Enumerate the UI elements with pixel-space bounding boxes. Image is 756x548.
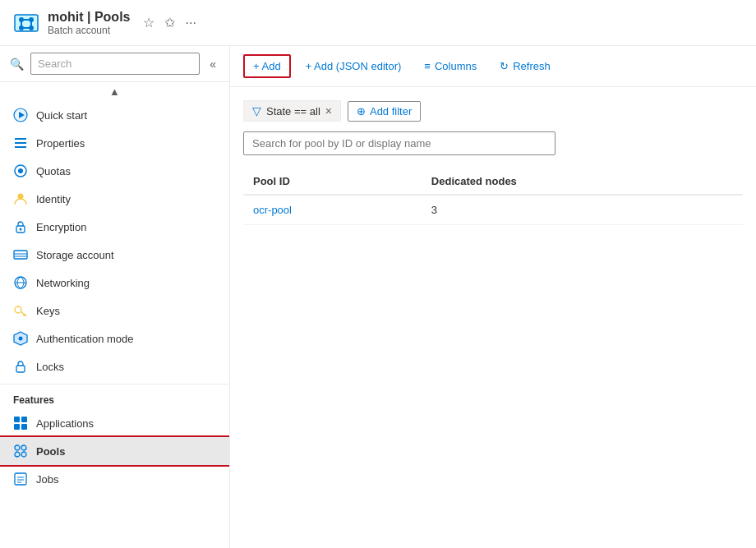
add-filter-button[interactable]: ⊕ Add filter [348,101,421,122]
pool-id-link[interactable]: ocr-pool [253,204,292,216]
sidebar-item-label: Jobs [36,473,58,486]
sidebar-item-pools[interactable]: Pools [0,437,229,465]
sidebar-item-label: Identity [36,193,71,205]
page-subtitle: Batch account [48,25,130,36]
pool-id-cell: ocr-pool [243,195,422,225]
filter-icon: ▽ [252,104,261,117]
sidebar-item-locks[interactable]: Locks [0,352,229,380]
networking-icon [13,275,28,290]
content-area: ▽ State == all × ⊕ Add filter Pool ID De… [230,87,756,548]
pool-id-column-header: Pool ID [243,168,422,195]
svg-rect-6 [24,19,29,21]
sidebar-item-auth-mode[interactable]: Authentication mode [0,325,229,352]
search-input[interactable] [30,53,200,75]
header: mohit | Pools Batch account ☆ ✩ ··· [0,0,756,46]
search-icon: 🔍 [10,58,24,71]
toolbar: + Add + Add (JSON editor) ≡ Columns ↻ Re… [230,46,756,87]
sidebar-collapse-button[interactable]: « [206,54,219,74]
svg-rect-31 [16,366,25,372]
sidebar-item-identity[interactable]: Identity [0,185,229,213]
svg-rect-35 [21,424,27,430]
svg-rect-40 [15,473,26,485]
sidebar-item-label: Authentication mode [36,333,134,345]
table-row: ocr-pool 3 [243,195,743,225]
sidebar-item-jobs[interactable]: Jobs [0,465,229,493]
more-options-button[interactable]: ··· [182,12,199,34]
identity-icon [13,191,28,206]
pools-table: Pool ID Dedicated nodes ocr-pool 3 [243,168,743,225]
sidebar-item-quotas[interactable]: Quotas [0,157,229,185]
pool-search-input[interactable] [243,131,555,155]
applications-icon [13,416,28,431]
refresh-label: Refresh [513,60,551,72]
svg-rect-33 [21,417,27,422]
quotas-icon [13,163,28,178]
svg-point-19 [20,228,22,231]
sidebar-item-networking[interactable]: Networking [0,269,229,297]
filter-bar: ▽ State == all × ⊕ Add filter [243,100,743,122]
sidebar-search-bar: 🔍 « [0,46,229,82]
main-content: + Add + Add (JSON editor) ≡ Columns ↻ Re… [230,46,756,548]
sidebar-item-storage-account[interactable]: Storage account [0,241,229,269]
auth-mode-icon [13,331,28,346]
dedicated-nodes-cell: 3 [422,195,743,225]
header-title-group: mohit | Pools Batch account [48,10,130,36]
svg-rect-20 [14,251,27,259]
sidebar-item-applications[interactable]: Applications [0,409,229,437]
main-layout: 🔍 « ▲ Quick start Properties [0,46,756,548]
svg-point-39 [21,452,26,457]
sidebar-item-quick-start[interactable]: Quick start [0,101,229,129]
svg-rect-32 [14,417,20,422]
add-button[interactable]: + Add [243,54,291,78]
sidebar: 🔍 « ▲ Quick start Properties [0,46,230,548]
dedicated-nodes-column-header: Dedicated nodes [422,168,743,195]
svg-point-38 [15,452,20,457]
quick-start-icon [13,108,28,122]
filter-state-label: State == all [266,105,320,117]
keys-icon [13,303,28,318]
sidebar-item-encryption[interactable]: Encryption [0,213,229,241]
refresh-icon: ↻ [500,60,509,72]
svg-rect-13 [15,142,26,144]
svg-point-25 [15,306,21,313]
sidebar-item-label: Storage account [36,249,114,261]
locks-icon [13,359,28,374]
favorite-star2-button[interactable]: ✩ [161,12,178,34]
svg-point-36 [15,445,20,450]
svg-rect-8 [21,21,22,27]
scroll-up-indicator: ▲ [0,82,229,101]
favorite-star-button[interactable]: ☆ [140,12,158,34]
sidebar-item-label: Encryption [36,221,86,233]
properties-icon [13,136,28,150]
sidebar-item-properties[interactable]: Properties [0,129,229,157]
svg-point-30 [19,337,23,341]
svg-rect-7 [24,27,29,29]
refresh-button[interactable]: ↻ Refresh [491,56,559,76]
columns-icon: ≡ [424,60,431,72]
state-filter-tag: ▽ State == all × [243,100,341,122]
columns-button[interactable]: ≡ Columns [416,56,485,76]
sidebar-nav: ▲ Quick start Properties Quotas [0,82,229,548]
columns-label: Columns [435,60,477,72]
page-title: mohit | Pools [48,10,130,25]
svg-rect-34 [14,424,20,430]
sidebar-item-label: Applications [36,417,94,430]
sidebar-item-label: Quotas [36,165,71,177]
encryption-icon [13,219,28,234]
sidebar-item-label: Quick start [36,109,87,122]
sidebar-item-label: Networking [36,277,90,289]
svg-rect-12 [15,138,26,140]
sidebar-item-keys[interactable]: Keys [0,297,229,325]
header-actions: ☆ ✩ ··· [140,12,199,34]
pools-icon [13,444,28,458]
sidebar-item-label: Locks [36,361,64,373]
sidebar-item-label: Keys [36,305,60,317]
svg-rect-14 [15,146,26,148]
add-json-editor-button[interactable]: + Add (JSON editor) [297,56,410,76]
add-filter-label: Add filter [370,105,412,117]
svg-point-37 [21,445,26,450]
add-filter-icon: ⊕ [357,105,366,117]
svg-rect-9 [30,21,32,27]
filter-close-button[interactable]: × [325,105,332,117]
sidebar-item-label: Properties [36,137,85,150]
